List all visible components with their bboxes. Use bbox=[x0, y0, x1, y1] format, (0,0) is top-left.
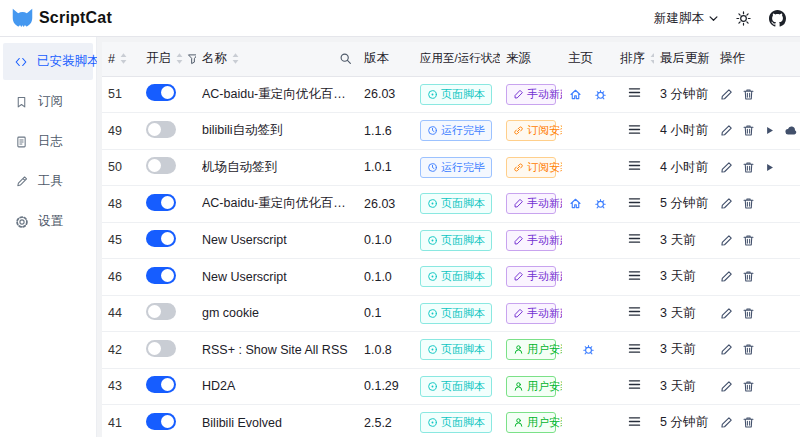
column-label: 主页 bbox=[568, 50, 593, 67]
delete-button[interactable] bbox=[742, 343, 755, 356]
script-name-link[interactable]: RSS+ : Show Site All RSS bbox=[202, 343, 352, 357]
drag-handle-icon[interactable] bbox=[628, 379, 641, 390]
sidebar-item-label: 订阅 bbox=[38, 93, 63, 110]
source-badge: 用户安装 bbox=[506, 412, 556, 433]
bug-icon[interactable] bbox=[582, 343, 595, 356]
last-updated: 3 天前 bbox=[654, 259, 714, 296]
sidebar-item-tools[interactable]: 工具 bbox=[3, 163, 93, 200]
enable-toggle[interactable] bbox=[146, 413, 176, 430]
source-label: 手动新建 bbox=[527, 271, 562, 282]
status-label: 页面脚本 bbox=[441, 235, 485, 246]
column-label: 名称 bbox=[202, 50, 227, 67]
source-label: 用户安装 bbox=[527, 344, 562, 355]
status-badge: 页面脚本 bbox=[420, 339, 492, 360]
new-script-button[interactable]: 新建脚本 bbox=[654, 10, 718, 27]
bug-icon[interactable] bbox=[594, 88, 607, 101]
status-label: 页面脚本 bbox=[441, 198, 485, 209]
delete-button[interactable] bbox=[742, 161, 755, 174]
delete-button[interactable] bbox=[742, 380, 755, 393]
drag-handle-icon[interactable] bbox=[628, 233, 641, 244]
enable-toggle[interactable] bbox=[146, 303, 176, 320]
script-name-link[interactable]: gm cookie bbox=[202, 306, 352, 320]
status-badge: 页面脚本 bbox=[420, 84, 492, 105]
edit-button[interactable] bbox=[720, 161, 733, 174]
run-button[interactable] bbox=[764, 162, 775, 173]
drag-handle-icon[interactable] bbox=[628, 306, 641, 317]
edit-button[interactable] bbox=[720, 270, 733, 283]
delete-button[interactable] bbox=[742, 270, 755, 283]
drag-handle-icon[interactable] bbox=[628, 197, 641, 208]
status-badge: 页面脚本 bbox=[420, 193, 492, 214]
filter-icon[interactable] bbox=[187, 53, 196, 65]
enable-toggle[interactable] bbox=[146, 267, 176, 284]
bug-icon[interactable] bbox=[594, 197, 607, 210]
script-name-link[interactable]: AC-baidu-重定向优化百度搜狗谷歌... bbox=[202, 86, 352, 103]
table-row: 46New Userscript0.1.0页面脚本手动新建3 天前 bbox=[102, 259, 800, 296]
drag-handle-icon[interactable] bbox=[628, 343, 641, 354]
home-icon[interactable] bbox=[569, 88, 582, 101]
column-header-7: 排序 bbox=[614, 42, 654, 76]
script-version: 2.5.2 bbox=[358, 405, 414, 437]
github-link[interactable] bbox=[768, 9, 786, 27]
edit-button[interactable] bbox=[720, 416, 733, 429]
search-icon[interactable] bbox=[339, 52, 352, 65]
delete-button[interactable] bbox=[742, 234, 755, 247]
tool-icon bbox=[14, 175, 29, 189]
script-name-link[interactable]: Bilibili Evolved bbox=[202, 416, 352, 430]
edit-button[interactable] bbox=[720, 234, 733, 247]
table-row: 44gm cookie0.1页面脚本手动新建3 天前 bbox=[102, 295, 800, 332]
run-button[interactable] bbox=[764, 125, 775, 136]
enable-toggle[interactable] bbox=[146, 157, 176, 174]
enable-toggle[interactable] bbox=[146, 230, 176, 247]
script-name-link[interactable]: New Userscript bbox=[202, 233, 352, 247]
delete-button[interactable] bbox=[742, 307, 755, 320]
script-name-link[interactable]: New Userscript bbox=[202, 270, 352, 284]
script-name-link[interactable]: bilibili自动签到 bbox=[202, 122, 352, 139]
column-header-8: 最后更新 bbox=[654, 42, 714, 76]
script-id: 51 bbox=[102, 76, 140, 113]
table-row: 48AC-baidu-重定向优化百度搜狗谷歌...26.03页面脚本手动新建5 … bbox=[102, 186, 800, 223]
enable-toggle[interactable] bbox=[146, 340, 176, 357]
enable-toggle[interactable] bbox=[146, 121, 176, 138]
delete-button[interactable] bbox=[742, 416, 755, 429]
sidebar-item-logs[interactable]: 日志 bbox=[3, 123, 93, 160]
edit-button[interactable] bbox=[720, 88, 733, 101]
drag-handle-icon[interactable] bbox=[628, 124, 641, 135]
delete-button[interactable] bbox=[742, 124, 755, 137]
enable-toggle[interactable] bbox=[146, 194, 176, 211]
drag-handle-icon[interactable] bbox=[628, 160, 641, 171]
column-header-4: 应用至/运行状态 bbox=[414, 42, 500, 76]
delete-button[interactable] bbox=[742, 88, 755, 101]
gear-icon bbox=[14, 215, 29, 229]
edit-button[interactable] bbox=[720, 343, 733, 356]
sidebar-item-installed[interactable]: 已安装脚本 bbox=[3, 43, 93, 80]
home-icon[interactable] bbox=[569, 197, 582, 210]
drag-handle-icon[interactable] bbox=[628, 270, 641, 281]
edit-button[interactable] bbox=[720, 197, 733, 210]
drag-handle-icon[interactable] bbox=[628, 416, 641, 427]
enable-toggle[interactable] bbox=[146, 84, 176, 101]
edit-button[interactable] bbox=[720, 307, 733, 320]
script-name-link[interactable]: AC-baidu-重定向优化百度搜狗谷歌... bbox=[202, 195, 352, 212]
sidebar-item-subscribe[interactable]: 订阅 bbox=[3, 83, 93, 120]
drag-handle-icon[interactable] bbox=[628, 87, 641, 98]
sidebar-item-label: 设置 bbox=[38, 213, 63, 230]
script-name-link[interactable]: HD2A bbox=[202, 379, 352, 393]
sort-toggle-icon[interactable] bbox=[175, 52, 184, 65]
column-label: # bbox=[108, 52, 115, 66]
sort-toggle-icon[interactable] bbox=[231, 52, 240, 65]
enable-toggle[interactable] bbox=[146, 376, 176, 393]
column-label: 版本 bbox=[364, 50, 389, 67]
last-updated: 4 小时前 bbox=[654, 113, 714, 150]
script-name-link[interactable]: 机场自动签到 bbox=[202, 159, 352, 176]
sidebar-item-settings[interactable]: 设置 bbox=[3, 203, 93, 240]
edit-button[interactable] bbox=[720, 124, 733, 137]
script-version: 26.03 bbox=[358, 76, 414, 113]
delete-button[interactable] bbox=[742, 197, 755, 210]
bookmark-icon bbox=[14, 95, 29, 109]
edit-button[interactable] bbox=[720, 380, 733, 393]
cloud-sync-button[interactable] bbox=[784, 124, 798, 137]
sort-toggle-icon[interactable] bbox=[119, 52, 128, 65]
theme-toggle-button[interactable] bbox=[734, 9, 752, 27]
sort-toggle-icon[interactable] bbox=[649, 52, 654, 65]
